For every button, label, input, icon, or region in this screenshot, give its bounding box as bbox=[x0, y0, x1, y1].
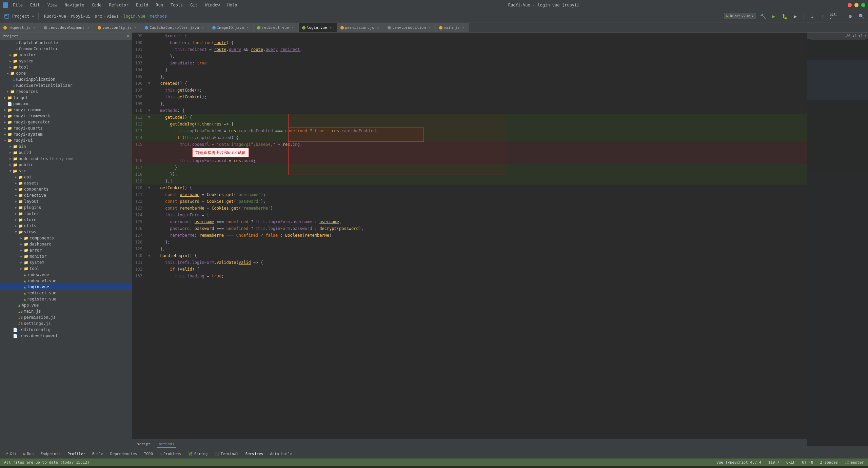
build-btn[interactable]: 🔨 bbox=[759, 12, 767, 20]
tree-directive[interactable]: ▶ 📁 directive bbox=[0, 192, 132, 198]
status-encoding[interactable]: UTF-8 bbox=[801, 460, 814, 465]
tree-login-vue[interactable]: ▲ login.vue bbox=[0, 284, 132, 290]
tree-bin[interactable]: ▶ 📁 bin bbox=[0, 143, 132, 150]
tab-redirect-vue[interactable]: redirect.vue × bbox=[254, 23, 298, 32]
status-indent[interactable]: 2 spaces bbox=[818, 460, 839, 465]
search-everywhere-btn[interactable]: 🔍 bbox=[857, 12, 865, 20]
run-btn[interactable]: ▶ bbox=[770, 12, 778, 20]
tree-tool-folder[interactable]: ▶ 📁 tool bbox=[0, 64, 132, 70]
tree-api[interactable]: ▶ 📁 api bbox=[0, 174, 132, 180]
tree-target[interactable]: ▶ 📁 target bbox=[0, 95, 132, 101]
run-coverage-btn[interactable]: ▶ bbox=[791, 12, 800, 20]
tree-monitor2[interactable]: ▶ 📁 monitor bbox=[0, 253, 132, 259]
tree-ruoyi-system[interactable]: ▶ 📁 ruoyi-system bbox=[0, 131, 132, 137]
tree-error[interactable]: ▶ 📁 error bbox=[0, 247, 132, 253]
tree-ruoyi-quartz[interactable]: ▶ 📁 ruoyi-quartz bbox=[0, 125, 132, 131]
breadcrumb-src[interactable]: src bbox=[95, 14, 102, 19]
tree-assets[interactable]: ▶ 📁 assets bbox=[0, 180, 132, 186]
tab-close-btn[interactable]: × bbox=[200, 25, 205, 30]
git-btn[interactable]: Git: ✓ bbox=[830, 12, 838, 20]
tree-app-vue[interactable]: ▲ App.vue bbox=[0, 302, 132, 308]
tree-main-js[interactable]: JS main.js bbox=[0, 308, 132, 314]
maximize-button[interactable] bbox=[861, 3, 865, 7]
run-tool-btn[interactable]: ▶ Run bbox=[22, 451, 35, 457]
tree-store[interactable]: ▶ 📁 store bbox=[0, 217, 132, 223]
tree-dashboard[interactable]: ▶ 📁 dashboard bbox=[0, 241, 132, 247]
tab-permission-js[interactable]: permission.js × bbox=[337, 23, 384, 32]
tab-close-btn[interactable]: × bbox=[245, 25, 250, 30]
code-container[interactable]: 99 $route: { 100 handler: function(route… bbox=[132, 33, 807, 440]
tree-utils[interactable]: ▶ 📁 utils bbox=[0, 223, 132, 229]
tab-captcha-controller[interactable]: CaptchaController.java × bbox=[141, 23, 209, 32]
close-button[interactable] bbox=[848, 3, 852, 7]
breadcrumb-methods[interactable]: methods bbox=[150, 14, 167, 19]
tree-permission-js[interactable]: JS permission.js bbox=[0, 314, 132, 320]
tab-login-vue[interactable]: login.vue × bbox=[299, 23, 337, 32]
breadcrumb-root[interactable]: RuoYi-Vue bbox=[44, 14, 66, 19]
tree-monitor[interactable]: ▶ 📁 monitor bbox=[0, 52, 132, 58]
tree-index-v1-vue[interactable]: ▲ index_v1.vue bbox=[0, 278, 132, 284]
tab-script[interactable]: script bbox=[135, 441, 153, 448]
menu-refactor[interactable]: Refactor bbox=[106, 2, 131, 8]
tab-close-btn[interactable]: × bbox=[32, 25, 37, 30]
breadcrumb-views[interactable]: views bbox=[106, 14, 119, 19]
tab-vue-config[interactable]: vue.config.js × bbox=[94, 23, 141, 32]
status-line-sep[interactable]: CRLF bbox=[785, 460, 797, 465]
tree-tool2[interactable]: ▶ 📁 tool bbox=[0, 266, 132, 272]
terminal-tool-btn[interactable]: ⬛ Terminal bbox=[213, 451, 240, 457]
dependencies-tool-btn[interactable]: Dependencies bbox=[109, 451, 138, 457]
tree-index-vue[interactable]: ▲ index.vue bbox=[0, 272, 132, 278]
tab-close-btn[interactable]: × bbox=[86, 25, 91, 30]
tree-redirect-vue[interactable]: ▲ redirect.vue bbox=[0, 290, 132, 296]
menu-edit[interactable]: Edit bbox=[27, 2, 43, 8]
tab-close-btn[interactable]: × bbox=[376, 25, 380, 30]
menu-window[interactable]: Window bbox=[202, 2, 222, 8]
tree-resources[interactable]: ▶ 📁 resources bbox=[0, 89, 132, 95]
breadcrumb-loginvue[interactable]: login.vue bbox=[123, 14, 145, 19]
menu-navigate[interactable]: Navigate bbox=[62, 2, 87, 8]
tab-close-btn[interactable]: × bbox=[427, 25, 432, 30]
tree-ruoyi-application[interactable]: ☕ RuoYiApplication bbox=[0, 76, 132, 82]
sidebar-header[interactable]: Project ⚙ bbox=[0, 33, 132, 40]
tree-captcha-controller[interactable]: ☕ CaptchaController bbox=[0, 40, 132, 46]
tree-ruoyi-framework[interactable]: ▶ 📁 ruoyi-framework bbox=[0, 113, 132, 119]
profiler-tool-btn[interactable]: Profiler bbox=[66, 451, 87, 457]
menu-tools[interactable]: Tools bbox=[168, 2, 185, 8]
tab-close-btn[interactable]: × bbox=[290, 25, 295, 30]
minimize-button[interactable] bbox=[854, 3, 859, 7]
tab-methods[interactable]: methods bbox=[157, 441, 176, 448]
status-git-branch[interactable]: ⎇ master bbox=[843, 460, 865, 465]
tab-close-btn[interactable]: × bbox=[461, 25, 466, 30]
endpoints-tool-btn[interactable]: Endpoints bbox=[39, 451, 62, 457]
spring-tool-btn[interactable]: 🌿 Spring bbox=[187, 451, 209, 457]
menu-file[interactable]: File bbox=[10, 2, 25, 8]
tab-close-btn[interactable]: × bbox=[133, 25, 138, 30]
code-editor[interactable]: 99 $route: { 100 handler: function(route… bbox=[132, 33, 807, 449]
menu-view[interactable]: View bbox=[45, 2, 60, 8]
debug-btn[interactable]: 🐛 bbox=[781, 12, 789, 20]
tree-public[interactable]: ▶ 📁 public bbox=[0, 162, 132, 168]
tree-common-controller[interactable]: ☕ CommonController bbox=[0, 46, 132, 52]
project-label[interactable]: Project ▾ bbox=[12, 14, 34, 19]
git-tool-btn[interactable]: ⎇ Git bbox=[3, 451, 18, 457]
menu-git[interactable]: Git bbox=[188, 2, 200, 8]
menu-code[interactable]: Code bbox=[89, 2, 104, 8]
tree-env-development[interactable]: 📄 .env.development bbox=[0, 333, 132, 339]
tree-node-modules[interactable]: ▶ 📁 node_modules library root bbox=[0, 156, 132, 162]
git-update-btn[interactable]: ↓ bbox=[808, 12, 816, 20]
run-config-selector[interactable]: ▶ RuoYi-Vue ▾ bbox=[724, 13, 756, 19]
menu-help[interactable]: Help bbox=[224, 2, 240, 8]
problems-tool-btn[interactable]: ⚠ Problems bbox=[158, 451, 183, 457]
tree-router[interactable]: ▶ 📁 router bbox=[0, 211, 132, 217]
tree-core-folder[interactable]: ▶ 📁 core bbox=[0, 70, 132, 76]
tree-views[interactable]: ▼ 📂 views bbox=[0, 229, 132, 235]
tree-settings-js[interactable]: JS settings.js bbox=[0, 320, 132, 327]
tree-views-components[interactable]: ▶ 📁 components bbox=[0, 235, 132, 241]
tab-env-development[interactable]: .env.development × bbox=[40, 23, 94, 32]
settings-btn[interactable]: ⚙ bbox=[846, 12, 854, 20]
breadcrumb-ruoyi-ui[interactable]: ruoyi-ui bbox=[71, 14, 90, 19]
tree-pom-xml[interactable]: 📄 pom.xml bbox=[0, 101, 132, 107]
tree-ruoyi-generator[interactable]: ▶ 📁 ruoyi-generator bbox=[0, 119, 132, 125]
tree-components[interactable]: ▶ 📁 components bbox=[0, 186, 132, 192]
menu-build[interactable]: Build bbox=[133, 2, 151, 8]
